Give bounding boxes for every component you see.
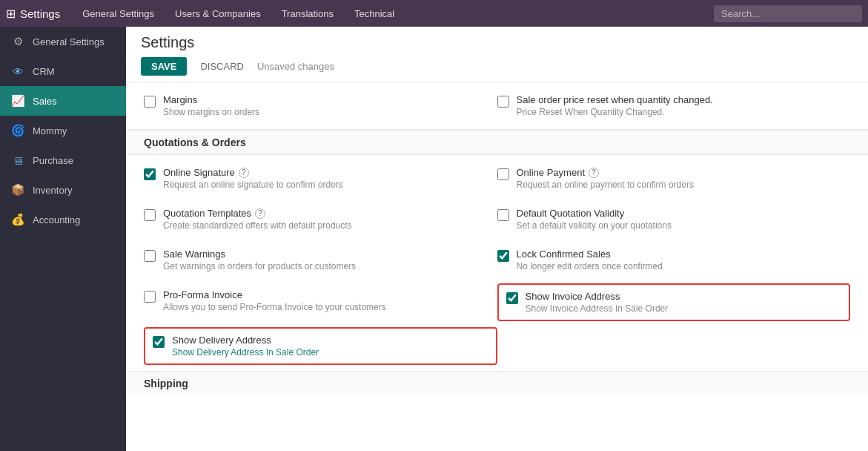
- empty-col: [497, 324, 851, 368]
- quotation-templates-label: Quotation Templates ?: [163, 208, 490, 219]
- online-payment-setting: Online Payment ? Request an online payme…: [497, 158, 851, 199]
- sidebar-item-crm[interactable]: 👁 CRM: [0, 56, 126, 86]
- sidebar-label-inventory: Inventory: [33, 185, 72, 196]
- online-payment-label: Online Payment ?: [517, 167, 844, 178]
- sidebar-label-accounting: Accounting: [33, 214, 80, 226]
- sale-order-reset-text: Sale order price reset when quantity cha…: [517, 94, 844, 117]
- sales-icon: 📈: [10, 93, 25, 108]
- show-invoice-address-label: Show Invoice Address: [526, 291, 842, 302]
- page-title: Settings: [141, 34, 853, 51]
- margins-section: Margins Show margins on orders Sale orde…: [126, 82, 868, 130]
- settings-body: Margins Show margins on orders Sale orde…: [126, 82, 868, 395]
- top-navigation: ⊞ Settings General Settings Users & Comp…: [0, 0, 868, 27]
- lock-confirmed-sales-desc: No longer edit orders once confirmed: [517, 261, 844, 271]
- content-header: Settings SAVE DISCARD Unsaved changes: [126, 27, 868, 82]
- online-payment-checkbox[interactable]: [497, 168, 509, 180]
- default-quotation-validity-label: Default Quotation Validity: [517, 208, 844, 219]
- online-signature-label: Online Signature ?: [163, 167, 490, 178]
- show-delivery-address-desc: Show Delivery Address In Sale Order: [172, 347, 488, 358]
- app-logo[interactable]: ⊞ Settings: [6, 7, 60, 21]
- sidebar-item-mommy[interactable]: 🌀 Mommy: [0, 116, 126, 145]
- sidebar-item-inventory[interactable]: 📦 Inventory: [0, 175, 126, 205]
- margins-desc: Show margins on orders: [163, 107, 490, 117]
- sidebar-item-general-settings[interactable]: ⚙ General Settings: [0, 27, 126, 56]
- sale-order-reset-setting: Sale order price reset when quantity cha…: [497, 85, 851, 126]
- sidebar-label-purchase: Purchase: [33, 155, 73, 166]
- sale-order-reset-checkbox[interactable]: [497, 96, 509, 108]
- search-input[interactable]: [714, 5, 862, 22]
- show-delivery-address-label: Show Delivery Address: [172, 335, 488, 346]
- pro-forma-invoice-label: Pro-Forma Invoice: [163, 289, 490, 300]
- menu-users-companies[interactable]: Users & Companies: [165, 0, 271, 27]
- quotation-templates-checkbox[interactable]: [144, 209, 156, 221]
- online-signature-setting: Online Signature ? Request an online sig…: [144, 158, 497, 199]
- inventory-icon: 📦: [10, 182, 25, 197]
- quotations-section-header: Quotations & Orders: [126, 130, 868, 155]
- crm-icon: 👁: [10, 64, 25, 79]
- header-actions: SAVE DISCARD Unsaved changes: [141, 57, 853, 76]
- quotations-grid: Online Signature ? Request an online sig…: [126, 155, 868, 371]
- default-quotation-validity-checkbox[interactable]: [497, 209, 509, 221]
- lock-confirmed-sales-label: Lock Confirmed Sales: [517, 248, 844, 260]
- show-invoice-address-setting: Show Invoice Address Show Invoice Addres…: [497, 283, 851, 321]
- margins-text: Margins Show margins on orders: [163, 94, 490, 117]
- pro-forma-invoice-desc: Allows you to send Pro-Forma Invoice to …: [163, 302, 490, 312]
- margins-checkbox[interactable]: [144, 96, 156, 108]
- grid-icon: ⊞: [6, 7, 16, 21]
- menu-translations[interactable]: Translations: [271, 0, 344, 27]
- lock-confirmed-sales-checkbox[interactable]: [497, 250, 509, 262]
- main-content: Settings SAVE DISCARD Unsaved changes Ma…: [126, 27, 868, 451]
- sale-warnings-desc: Get warnings in orders for products or c…: [163, 261, 490, 271]
- sidebar: ⚙ General Settings 👁 CRM 📈 Sales 🌀 Mommy…: [0, 27, 126, 451]
- margins-label: Margins: [163, 94, 490, 105]
- show-invoice-address-checkbox[interactable]: [506, 292, 518, 304]
- sidebar-item-accounting[interactable]: 💰 Accounting: [0, 205, 126, 234]
- mommy-icon: 🌀: [10, 123, 25, 138]
- sale-order-reset-desc: Price Reset When Quantity Changed.: [517, 107, 844, 117]
- quotation-templates-setting: Quotation Templates ? Create standardize…: [144, 199, 497, 240]
- sale-order-reset-label: Sale order price reset when quantity cha…: [517, 94, 844, 105]
- accounting-icon: 💰: [10, 212, 25, 227]
- sale-warnings-checkbox[interactable]: [144, 250, 156, 262]
- gear-icon: ⚙: [10, 34, 25, 49]
- sidebar-label-general-settings: General Settings: [33, 36, 105, 47]
- sale-order-reset-checkbox-wrap[interactable]: [497, 96, 509, 110]
- menu-general-settings[interactable]: General Settings: [72, 0, 165, 27]
- page-layout: ⚙ General Settings 👁 CRM 📈 Sales 🌀 Mommy…: [0, 27, 868, 451]
- app-title: Settings: [20, 7, 60, 20]
- sale-warnings-label: Sale Warnings: [163, 248, 490, 260]
- sidebar-label-sales: Sales: [33, 96, 57, 107]
- sale-warnings-setting: Sale Warnings Get warnings in orders for…: [144, 240, 497, 280]
- default-quotation-validity-desc: Set a default validity on your quotation…: [517, 220, 844, 231]
- show-delivery-address-checkbox[interactable]: [153, 336, 165, 348]
- show-delivery-address-setting: Show Delivery Address Show Delivery Addr…: [144, 327, 497, 365]
- sidebar-label-mommy: Mommy: [33, 125, 67, 136]
- show-invoice-address-desc: Show Invoice Address In Sale Order: [526, 303, 842, 314]
- pro-forma-invoice-checkbox[interactable]: [144, 291, 156, 303]
- shipping-section-header: Shipping: [126, 371, 868, 395]
- margins-checkbox-wrap[interactable]: [144, 96, 156, 110]
- sidebar-item-sales[interactable]: 📈 Sales: [0, 86, 126, 116]
- purchase-icon: 🖥: [10, 153, 25, 168]
- online-signature-desc: Request an online signature to confirm o…: [163, 180, 490, 190]
- top-menu: General Settings Users & Companies Trans…: [72, 0, 714, 27]
- discard-button[interactable]: DISCARD: [193, 57, 251, 76]
- default-quotation-validity-setting: Default Quotation Validity Set a default…: [497, 199, 851, 240]
- pro-forma-invoice-setting: Pro-Forma Invoice Allows you to send Pro…: [144, 280, 497, 324]
- quotation-templates-desc: Create standardized offers with default …: [163, 220, 490, 231]
- margins-setting: Margins Show margins on orders: [144, 85, 497, 126]
- online-payment-desc: Request an online payment to confirm ord…: [517, 180, 844, 190]
- sidebar-item-purchase[interactable]: 🖥 Purchase: [0, 145, 126, 175]
- lock-confirmed-sales-setting: Lock Confirmed Sales No longer edit orde…: [497, 240, 851, 280]
- quotation-templates-help-icon[interactable]: ?: [255, 208, 265, 219]
- search-area: [714, 5, 862, 22]
- save-button[interactable]: SAVE: [141, 57, 187, 76]
- unsaved-changes-label: Unsaved changes: [257, 61, 334, 72]
- menu-technical[interactable]: Technical: [344, 0, 405, 27]
- online-signature-help-icon[interactable]: ?: [239, 168, 249, 178]
- sidebar-label-crm: CRM: [33, 66, 55, 77]
- online-signature-checkbox[interactable]: [144, 168, 156, 180]
- online-payment-help-icon[interactable]: ?: [589, 168, 599, 178]
